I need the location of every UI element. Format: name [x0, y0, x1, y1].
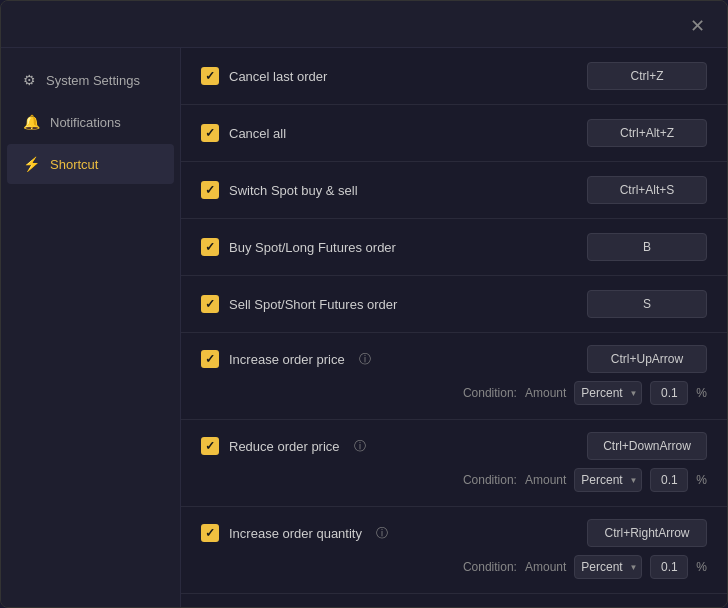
checkbox-reduce-price[interactable]: ✓: [201, 437, 219, 455]
close-button[interactable]: ✕: [684, 15, 711, 37]
condition-label-increase-quantity: Condition:: [463, 560, 517, 574]
content-area: ✓ Cancel last order Ctrl+Z ✓ Cancel all …: [181, 48, 727, 607]
amount-label-increase-price: Amount: [525, 386, 566, 400]
checkbox-cancel-all[interactable]: ✓: [201, 124, 219, 142]
shortcut-label-buy-spot: Buy Spot/Long Futures order: [229, 240, 396, 255]
checkbox-buy-spot[interactable]: ✓: [201, 238, 219, 256]
condition-label-reduce-price: Condition:: [463, 473, 517, 487]
key-badge-increase-quantity[interactable]: Ctrl+RightArrow: [587, 519, 707, 547]
info-icon-increase-quantity[interactable]: ⓘ: [376, 525, 388, 542]
shortcut-label-increase-quantity: Increase order quantity: [229, 526, 362, 541]
shortcut-row-buy-spot: ✓ Buy Spot/Long Futures order B: [181, 219, 727, 276]
amount-label-increase-quantity: Amount: [525, 560, 566, 574]
condition-label-increase-price: Condition:: [463, 386, 517, 400]
select-wrapper-increase-quantity: Percent Fixed: [574, 555, 642, 579]
shortcut-row-switch-spot: ✓ Switch Spot buy & sell Ctrl+Alt+S: [181, 162, 727, 219]
shortcut-label-switch-spot: Switch Spot buy & sell: [229, 183, 358, 198]
shortcut-left-switch-spot: ✓ Switch Spot buy & sell: [201, 181, 358, 199]
shortcut-label-increase-price: Increase order price: [229, 352, 345, 367]
shortcut-row-reduce-price: ✓ Reduce order price ⓘ Ctrl+DownArrow Co…: [181, 420, 727, 507]
sidebar-icon-system-settings: ⚙: [23, 72, 36, 88]
percent-label-reduce-price: %: [696, 473, 707, 487]
key-badge-switch-spot[interactable]: Ctrl+Alt+S: [587, 176, 707, 204]
select-wrapper-reduce-price: Percent Fixed: [574, 468, 642, 492]
amount-input-reduce-price[interactable]: [650, 468, 688, 492]
key-badge-increase-price[interactable]: Ctrl+UpArrow: [587, 345, 707, 373]
amount-label-reduce-price: Amount: [525, 473, 566, 487]
key-badge-buy-spot[interactable]: B: [587, 233, 707, 261]
key-badge-sell-spot[interactable]: S: [587, 290, 707, 318]
checkbox-cancel-last-order[interactable]: ✓: [201, 67, 219, 85]
shortcut-left-reduce-price: ✓ Reduce order price ⓘ: [201, 437, 366, 455]
amount-input-increase-quantity[interactable]: [650, 555, 688, 579]
sidebar-label-system-settings: System Settings: [46, 73, 140, 88]
condition-row-increase-quantity: Condition: Amount Percent Fixed %: [201, 555, 707, 579]
checkbox-increase-quantity[interactable]: ✓: [201, 524, 219, 542]
shortcut-label-cancel-all: Cancel all: [229, 126, 286, 141]
key-badge-reduce-price[interactable]: Ctrl+DownArrow: [587, 432, 707, 460]
select-wrapper-increase-price: Percent Fixed: [574, 381, 642, 405]
sidebar-icon-shortcut: ⚡: [23, 156, 40, 172]
shortcut-label-sell-spot: Sell Spot/Short Futures order: [229, 297, 397, 312]
shortcut-row-top-reduce-price: ✓ Reduce order price ⓘ Ctrl+DownArrow: [201, 432, 707, 460]
shortcut-left-cancel-all: ✓ Cancel all: [201, 124, 286, 142]
shortcut-left-increase-price: ✓ Increase order price ⓘ: [201, 350, 371, 368]
main-content: ⚙ System Settings 🔔 Notifications ⚡ Shor…: [1, 48, 727, 607]
shortcut-label-reduce-price: Reduce order price: [229, 439, 340, 454]
settings-window: ✕ ⚙ System Settings 🔔 Notifications ⚡ Sh…: [0, 0, 728, 608]
condition-row-reduce-price: Condition: Amount Percent Fixed %: [201, 468, 707, 492]
checkbox-increase-price[interactable]: ✓: [201, 350, 219, 368]
shortcut-row-top-increase-price: ✓ Increase order price ⓘ Ctrl+UpArrow: [201, 345, 707, 373]
shortcut-left-sell-spot: ✓ Sell Spot/Short Futures order: [201, 295, 397, 313]
key-badge-cancel-all[interactable]: Ctrl+Alt+Z: [587, 119, 707, 147]
amount-input-increase-price[interactable]: [650, 381, 688, 405]
sidebar-item-system-settings[interactable]: ⚙ System Settings: [7, 60, 174, 100]
info-icon-reduce-price[interactable]: ⓘ: [354, 438, 366, 455]
shortcut-row-sell-spot: ✓ Sell Spot/Short Futures order S: [181, 276, 727, 333]
title-bar: ✕: [1, 1, 727, 48]
shortcut-row-increase-price: ✓ Increase order price ⓘ Ctrl+UpArrow Co…: [181, 333, 727, 420]
shortcut-row-cancel-all: ✓ Cancel all Ctrl+Alt+Z: [181, 105, 727, 162]
select-increase-quantity[interactable]: Percent Fixed: [574, 555, 642, 579]
shortcut-row-cancel-last-order: ✓ Cancel last order Ctrl+Z: [181, 48, 727, 105]
key-badge-cancel-last-order[interactable]: Ctrl+Z: [587, 62, 707, 90]
checkbox-switch-spot[interactable]: ✓: [201, 181, 219, 199]
shortcut-label-cancel-last-order: Cancel last order: [229, 69, 327, 84]
sidebar-label-notifications: Notifications: [50, 115, 121, 130]
info-icon-increase-price[interactable]: ⓘ: [359, 351, 371, 368]
condition-row-increase-price: Condition: Amount Percent Fixed %: [201, 381, 707, 405]
shortcut-left-buy-spot: ✓ Buy Spot/Long Futures order: [201, 238, 396, 256]
checkbox-sell-spot[interactable]: ✓: [201, 295, 219, 313]
shortcut-left-increase-quantity: ✓ Increase order quantity ⓘ: [201, 524, 388, 542]
select-increase-price[interactable]: Percent Fixed: [574, 381, 642, 405]
select-reduce-price[interactable]: Percent Fixed: [574, 468, 642, 492]
shortcut-row-top-increase-quantity: ✓ Increase order quantity ⓘ Ctrl+RightAr…: [201, 519, 707, 547]
shortcut-row-increase-quantity: ✓ Increase order quantity ⓘ Ctrl+RightAr…: [181, 507, 727, 594]
sidebar: ⚙ System Settings 🔔 Notifications ⚡ Shor…: [1, 48, 181, 607]
sidebar-icon-notifications: 🔔: [23, 114, 40, 130]
sidebar-item-shortcut[interactable]: ⚡ Shortcut: [7, 144, 174, 184]
shortcut-left-cancel-last-order: ✓ Cancel last order: [201, 67, 327, 85]
sidebar-item-notifications[interactable]: 🔔 Notifications: [7, 102, 174, 142]
percent-label-increase-price: %: [696, 386, 707, 400]
percent-label-increase-quantity: %: [696, 560, 707, 574]
sidebar-label-shortcut: Shortcut: [50, 157, 98, 172]
